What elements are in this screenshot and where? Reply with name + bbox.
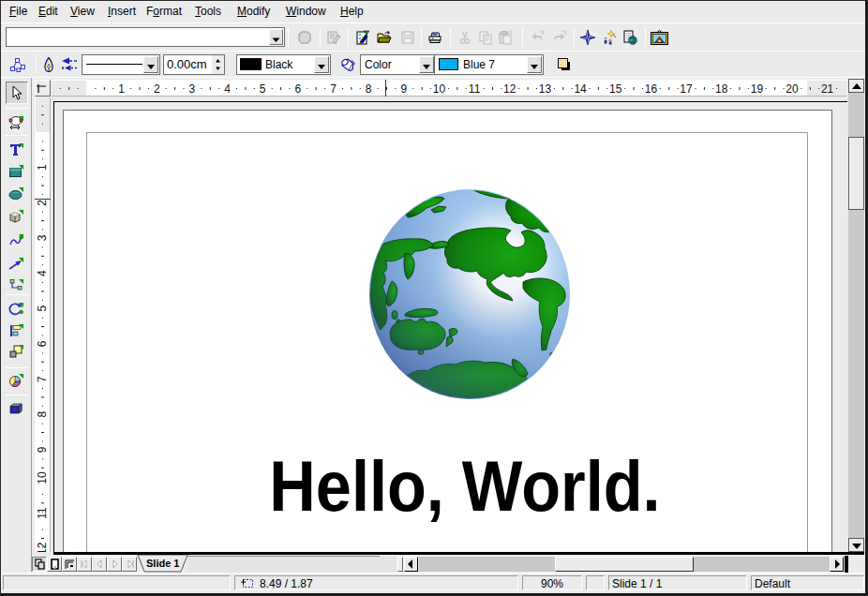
svg-text:5: 5 bbox=[260, 82, 266, 96]
svg-text:9: 9 bbox=[400, 82, 407, 96]
svg-text:6: 6 bbox=[36, 340, 49, 347]
svg-text:7: 7 bbox=[330, 82, 337, 96]
svg-text:8: 8 bbox=[36, 411, 49, 418]
svg-text:5: 5 bbox=[36, 305, 49, 312]
svg-text:12: 12 bbox=[36, 542, 49, 552]
svg-text:11: 11 bbox=[469, 82, 481, 96]
svg-text:1: 1 bbox=[118, 82, 125, 96]
svg-text:14: 14 bbox=[574, 82, 587, 96]
svg-text:2: 2 bbox=[154, 82, 160, 96]
svg-text:9: 9 bbox=[36, 446, 49, 453]
svg-text:17: 17 bbox=[680, 82, 693, 96]
svg-text:10: 10 bbox=[36, 471, 49, 484]
svg-text:13: 13 bbox=[539, 82, 552, 96]
svg-text:8: 8 bbox=[366, 82, 372, 96]
svg-text:10: 10 bbox=[433, 82, 446, 96]
svg-text:12: 12 bbox=[503, 82, 516, 96]
svg-text:4: 4 bbox=[36, 270, 49, 276]
svg-text:21: 21 bbox=[821, 82, 834, 96]
svg-text:6: 6 bbox=[295, 82, 302, 96]
svg-text:Slide 1: Slide 1 bbox=[146, 558, 179, 569]
svg-text:3: 3 bbox=[189, 82, 196, 96]
svg-text:7: 7 bbox=[36, 376, 49, 382]
svg-text:4: 4 bbox=[224, 82, 231, 96]
svg-text:2: 2 bbox=[36, 200, 49, 206]
svg-text:18: 18 bbox=[715, 82, 728, 96]
svg-text:16: 16 bbox=[645, 82, 658, 96]
svg-text:19: 19 bbox=[751, 82, 764, 96]
svg-text:3: 3 bbox=[36, 234, 49, 241]
svg-text:20: 20 bbox=[786, 82, 799, 96]
svg-text:11: 11 bbox=[36, 507, 49, 519]
svg-text:15: 15 bbox=[609, 82, 622, 96]
svg-text:1: 1 bbox=[36, 164, 49, 171]
